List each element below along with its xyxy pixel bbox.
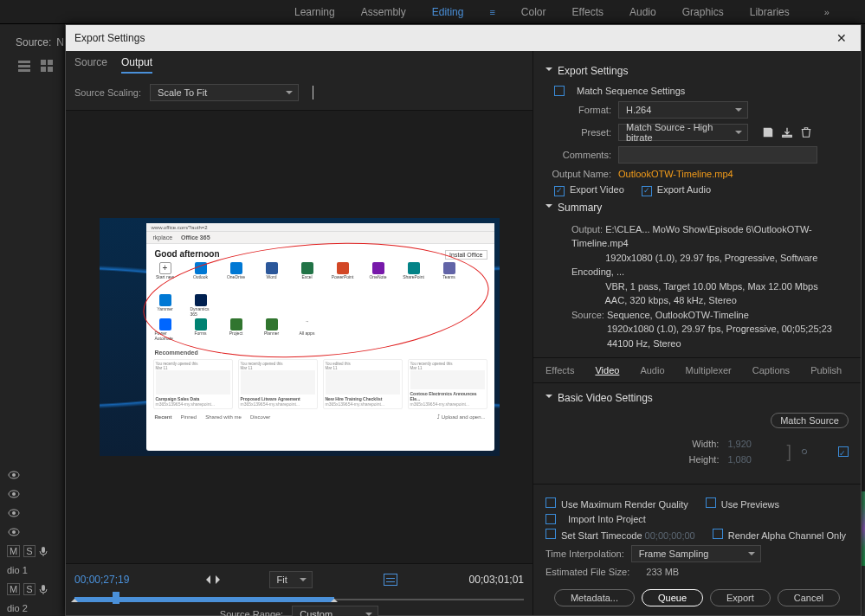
ws-tab-graphics[interactable]: Graphics [682, 6, 724, 18]
close-button[interactable]: ✕ [831, 29, 852, 47]
match-width-checkbox[interactable] [838, 446, 849, 457]
tab-multiplexer[interactable]: Multiplexer [686, 365, 732, 375]
track-visibility-icon[interactable] [7, 525, 21, 539]
svg-point-8 [12, 473, 16, 477]
summary-section[interactable]: Summary [545, 202, 849, 214]
ws-tab-learning[interactable]: Learning [294, 6, 335, 18]
in-point-marker[interactable] [71, 595, 78, 602]
export-settings-dialog: Export Settings ✕ Source Output Source S… [65, 24, 862, 616]
step-forward-icon[interactable] [216, 575, 224, 584]
height-label: Height: [689, 454, 720, 465]
audio-track-label: dio 2 [7, 603, 28, 613]
render-alpha-checkbox[interactable] [713, 529, 723, 539]
format-select[interactable]: H.264 [618, 101, 748, 119]
preview-panel: www.office.com/?auth=2 rkplaceOffice 365… [66, 111, 533, 563]
aspect-ratio-icon[interactable] [384, 574, 397, 586]
audio-track-label: dio 1 [7, 565, 28, 575]
render-alpha-label: Render Alpha Channel Only [728, 530, 846, 541]
svg-rect-3 [41, 60, 46, 65]
export-settings-section[interactable]: Export Settings [545, 65, 849, 77]
metadata-button[interactable]: Metadata... [554, 589, 635, 606]
set-start-timecode-checkbox[interactable] [545, 529, 556, 539]
basic-video-section[interactable]: Basic Video Settings [545, 392, 849, 404]
edit-workspace-icon[interactable]: ≡ [489, 7, 494, 17]
track-mute-icon[interactable]: M [7, 545, 20, 557]
comments-input[interactable] [618, 146, 817, 164]
match-sequence-label: Match Sequence Settings [577, 86, 685, 96]
queue-button[interactable]: Queue [642, 589, 703, 606]
svg-point-14 [12, 530, 16, 534]
timecode-duration: 00;03;01;01 [469, 574, 524, 586]
width-label: Width: [692, 439, 719, 449]
ws-tab-editing[interactable]: Editing [432, 6, 464, 18]
svg-rect-5 [41, 67, 46, 72]
tab-captions[interactable]: Captions [752, 365, 790, 375]
import-preset-icon[interactable] [781, 126, 793, 138]
save-preset-icon[interactable] [762, 126, 774, 138]
timecode-current[interactable]: 00;00;27;19 [74, 574, 129, 586]
svg-rect-15 [42, 547, 45, 553]
track-visibility-icon[interactable] [7, 487, 21, 501]
output-name-link[interactable]: OutlookOTW-Timeline.mp4 [618, 169, 733, 179]
source-scaling-label: Source Scaling: [74, 87, 141, 98]
export-audio-checkbox[interactable] [642, 186, 652, 196]
source-scaling-select[interactable]: Scale To Fit [150, 84, 299, 101]
ws-tab-assembly[interactable]: Assembly [361, 6, 406, 18]
mic-icon[interactable] [39, 546, 48, 556]
preview-recommended-card: You recently opened thisMar 11Contoso El… [408, 359, 487, 409]
ws-overflow-icon[interactable]: » [824, 7, 829, 17]
track-visibility-icon[interactable] [7, 468, 21, 482]
import-project-checkbox[interactable] [545, 514, 556, 524]
time-interpolation-select[interactable]: Frame Sampling [631, 545, 761, 562]
match-sequence-checkbox[interactable] [554, 86, 565, 96]
export-video-label: Export Video [570, 184, 624, 195]
svg-rect-0 [18, 61, 30, 63]
svg-rect-6 [48, 67, 53, 72]
height-value[interactable]: 1,080 [727, 454, 779, 465]
tab-video[interactable]: Video [595, 365, 619, 375]
est-file-size-label: Estimated File Size: [545, 567, 629, 577]
step-back-icon[interactable] [202, 575, 210, 584]
source-range-select[interactable]: Custom [292, 606, 378, 616]
preview-frame: www.office.com/?auth=2 rkplaceOffice 365… [100, 218, 500, 456]
text-cursor [313, 86, 313, 99]
ws-tab-libraries[interactable]: Libraries [750, 6, 790, 18]
export-button[interactable]: Export [710, 589, 771, 606]
match-source-button[interactable]: Match Source [771, 413, 849, 428]
track-visibility-icon[interactable] [7, 506, 21, 520]
use-previews-checkbox[interactable] [706, 497, 716, 508]
playhead-icon[interactable] [113, 592, 119, 604]
preset-select[interactable]: Match Source - High bitrate [618, 124, 748, 141]
link-dimensions-icon[interactable] [798, 446, 810, 458]
track-solo-icon[interactable]: S [23, 583, 35, 595]
export-video-checkbox[interactable] [554, 186, 565, 196]
cancel-button[interactable]: Cancel [778, 589, 840, 606]
workspace-tabs: Learning Assembly Editing ≡ Color Effect… [0, 0, 865, 24]
zoom-fit-select[interactable]: Fit [269, 571, 313, 588]
ws-tab-audio[interactable]: Audio [629, 6, 656, 18]
track-mute-icon[interactable]: M [7, 583, 20, 595]
format-label: Format: [545, 105, 611, 115]
bin-list-icon[interactable] [17, 59, 31, 73]
tab-output[interactable]: Output [121, 56, 152, 74]
ws-tab-color[interactable]: Color [521, 6, 546, 18]
svg-point-10 [12, 492, 16, 496]
tab-effects[interactable]: Effects [545, 365, 574, 375]
track-solo-icon[interactable]: S [23, 545, 35, 557]
bin-icon-icon[interactable] [40, 59, 54, 73]
source-panel-label: Source:N [16, 36, 64, 48]
tab-source[interactable]: Source [74, 56, 107, 74]
import-project-label: Import Into Project [568, 514, 646, 524]
max-render-quality-checkbox[interactable] [545, 497, 556, 508]
max-render-quality-label: Use Maximum Render Quality [561, 499, 688, 510]
ws-tab-effects[interactable]: Effects [572, 6, 604, 18]
out-point-marker[interactable] [331, 595, 338, 602]
preview-scrubber[interactable] [74, 592, 524, 604]
delete-preset-icon[interactable] [800, 126, 812, 138]
tab-publish[interactable]: Publish [810, 365, 842, 375]
export-audio-label: Export Audio [657, 184, 711, 195]
svg-rect-1 [18, 65, 30, 67]
tab-audio[interactable]: Audio [640, 365, 664, 375]
mic-icon[interactable] [39, 584, 48, 594]
width-value[interactable]: 1,920 [727, 439, 779, 449]
